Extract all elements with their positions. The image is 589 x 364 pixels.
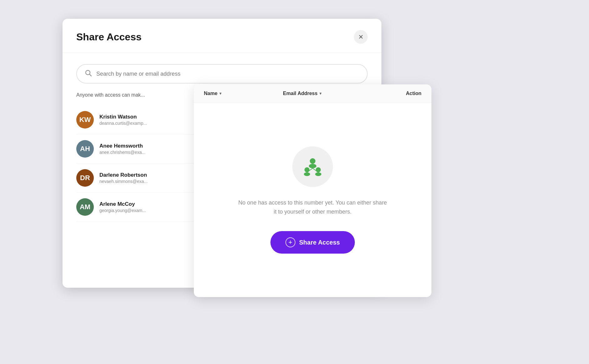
column-name[interactable]: Name ▾ xyxy=(204,91,283,96)
chevron-down-icon: ▾ xyxy=(320,91,321,96)
group-icon xyxy=(301,155,324,178)
user-email: georgia.young@exam... xyxy=(99,208,146,213)
avatar: KW xyxy=(76,111,94,129)
avatar: DR xyxy=(76,169,94,187)
user-name: Anee Hemsworth xyxy=(99,143,145,149)
user-email: nevaeh.simmons@exa... xyxy=(99,179,148,184)
close-button[interactable]: ✕ xyxy=(354,30,368,44)
column-email[interactable]: Email Address ▾ xyxy=(283,91,382,96)
svg-point-5 xyxy=(304,172,310,176)
user-info: Arlene McCoy georgia.young@exam... xyxy=(99,201,146,213)
svg-line-1 xyxy=(90,74,92,76)
empty-state: No one has access to this number yet. Yo… xyxy=(194,103,431,297)
modal-title: Share Access xyxy=(76,31,142,43)
avatar: AM xyxy=(76,198,94,216)
user-name: Darlene Robertson xyxy=(99,172,148,178)
user-email: anee.chrishems@exa... xyxy=(99,150,145,155)
empty-state-icon-bg xyxy=(292,146,333,187)
svg-point-7 xyxy=(315,172,321,176)
search-box xyxy=(76,64,368,83)
user-info: Darlene Robertson nevaeh.simmons@exa... xyxy=(99,172,148,184)
table-panel: Name ▾ Email Address ▾ Action xyxy=(194,84,431,297)
empty-state-text: No one has access to this number yet. Yo… xyxy=(238,198,388,216)
share-access-button[interactable]: + Share Access xyxy=(270,231,355,254)
search-icon xyxy=(84,69,92,78)
column-action: Action xyxy=(382,91,421,96)
plus-icon: + xyxy=(285,237,295,247)
user-name: Arlene McCoy xyxy=(99,201,146,207)
close-icon: ✕ xyxy=(358,33,364,41)
user-email: deanna.curtis@examp... xyxy=(99,121,147,126)
avatar: AH xyxy=(76,140,94,158)
table-header: Name ▾ Email Address ▾ Action xyxy=(194,84,431,103)
svg-point-3 xyxy=(309,164,316,168)
user-name: Kristin Watson xyxy=(99,114,147,120)
user-info: Anee Hemsworth anee.chrishems@exa... xyxy=(99,143,145,155)
svg-point-6 xyxy=(316,167,321,172)
svg-point-4 xyxy=(305,167,310,172)
modal-header: Share Access ✕ xyxy=(63,19,381,53)
search-input[interactable] xyxy=(96,71,360,77)
chevron-down-icon: ▾ xyxy=(219,91,221,96)
user-info: Kristin Watson deanna.curtis@examp... xyxy=(99,114,147,126)
svg-point-2 xyxy=(310,158,315,164)
